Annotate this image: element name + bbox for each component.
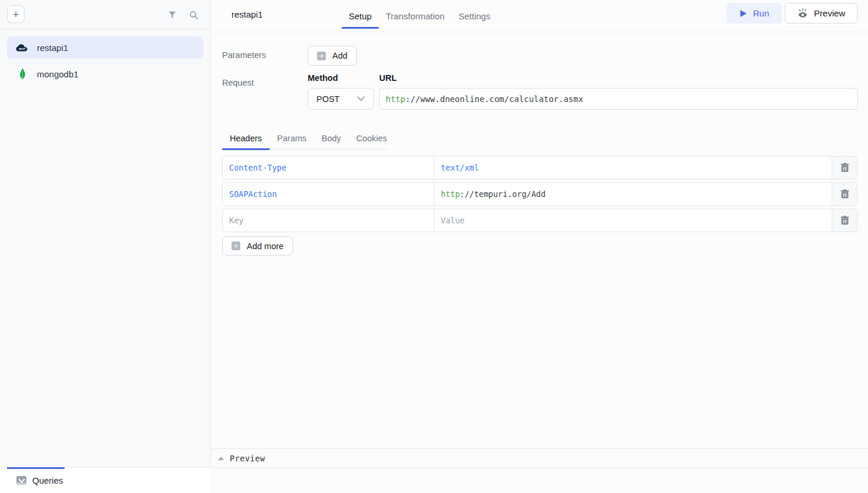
trash-icon bbox=[840, 163, 849, 172]
tab-settings[interactable]: Settings bbox=[452, 0, 498, 32]
header-row: Key Value bbox=[222, 209, 857, 232]
header-value-input[interactable]: http://tempuri.org/Add bbox=[434, 183, 832, 205]
request-label: Request bbox=[222, 73, 308, 110]
queries-panel-label: Queries bbox=[32, 475, 63, 485]
eye-icon bbox=[797, 8, 808, 19]
method-value: POST bbox=[316, 94, 339, 104]
query-list: REST restapi1 mongodb1 bbox=[0, 29, 210, 92]
rest-api-icon: REST bbox=[15, 43, 29, 53]
subtab-cookies[interactable]: Cookies bbox=[349, 128, 394, 149]
sidebar-item-label: restapi1 bbox=[37, 43, 68, 53]
query-title: restapi1 bbox=[232, 9, 263, 19]
request-options-tabs: Headers Params Body Cookies bbox=[222, 128, 389, 149]
headers-table: Content-Type text/xml SOAPAction http://… bbox=[222, 156, 857, 232]
bottom-bar: Queries bbox=[0, 467, 868, 493]
header-value-input[interactable]: Value bbox=[434, 209, 832, 232]
subtab-body[interactable]: Body bbox=[314, 128, 349, 149]
preview-button[interactable]: Preview bbox=[785, 3, 857, 23]
parameters-label: Parameters bbox=[222, 46, 308, 60]
request-options-section: Headers Params Body Cookies Content-Type… bbox=[222, 128, 857, 256]
caret-up-icon bbox=[218, 457, 224, 460]
header-row: Content-Type text/xml bbox=[222, 156, 857, 179]
svg-text:REST: REST bbox=[19, 47, 26, 50]
url-value: http://www.dneonline.com/calculator.asmx bbox=[386, 94, 583, 104]
search-icon[interactable] bbox=[189, 10, 199, 20]
tab-setup[interactable]: Setup bbox=[342, 0, 379, 32]
run-button-label: Run bbox=[753, 8, 770, 18]
query-sidebar: + REST restapi1 mongodb1 bbox=[0, 0, 211, 467]
add-more-label: Add more bbox=[247, 242, 284, 251]
url-input[interactable]: http://www.dneonline.com/calculator.asmx bbox=[379, 88, 858, 110]
add-query-button[interactable]: + bbox=[7, 5, 25, 23]
header-key-input[interactable]: Key bbox=[223, 209, 434, 232]
subtab-headers[interactable]: Headers bbox=[222, 128, 270, 149]
method-group: Method POST bbox=[308, 73, 379, 110]
sidebar-toolbar: + bbox=[0, 0, 210, 29]
subtab-params[interactable]: Params bbox=[270, 128, 314, 149]
run-button[interactable]: Run bbox=[727, 3, 782, 23]
editor-tabs: Setup Transformation Settings bbox=[342, 0, 498, 32]
query-editor-header: restapi1 Setup Transformation Settings R… bbox=[211, 0, 868, 32]
chevron-down-icon bbox=[357, 96, 365, 101]
preview-panel-label: Preview bbox=[230, 454, 265, 463]
method-select[interactable]: POST bbox=[308, 88, 374, 110]
queries-panel-icon bbox=[16, 476, 26, 485]
add-parameter-label: Add bbox=[332, 51, 348, 60]
sidebar-item-label: mongodb1 bbox=[37, 69, 79, 79]
plus-icon: + bbox=[317, 52, 326, 60]
request-row: Request Method POST URL http://www.dneon… bbox=[222, 73, 858, 110]
mongodb-icon bbox=[15, 68, 29, 80]
url-label: URL bbox=[379, 73, 858, 83]
url-group: URL http://www.dneonline.com/calculator.… bbox=[379, 73, 858, 110]
filter-icon[interactable] bbox=[168, 10, 177, 19]
queries-panel-tab[interactable]: Queries bbox=[0, 468, 211, 493]
header-actions: Run Preview bbox=[727, 3, 857, 23]
play-icon bbox=[740, 9, 747, 18]
header-row: SOAPAction http://tempuri.org/Add bbox=[222, 182, 857, 206]
tab-transformation[interactable]: Transformation bbox=[379, 0, 451, 32]
delete-header-row-button[interactable] bbox=[832, 209, 857, 232]
query-editor: restapi1 Setup Transformation Settings R… bbox=[211, 0, 868, 467]
trash-icon bbox=[840, 216, 849, 225]
parameters-row: Parameters + Add bbox=[222, 46, 357, 66]
preview-panel-toggle[interactable]: Preview bbox=[211, 448, 868, 467]
delete-header-row-button[interactable] bbox=[832, 183, 857, 205]
preview-button-label: Preview bbox=[814, 8, 845, 18]
header-value-input[interactable]: text/xml bbox=[434, 157, 832, 179]
active-panel-indicator bbox=[7, 467, 64, 469]
sidebar-item-restapi1[interactable]: REST restapi1 bbox=[7, 36, 203, 59]
sidebar-toolbar-icons bbox=[168, 0, 199, 29]
method-label: Method bbox=[308, 73, 379, 83]
add-parameter-button[interactable]: + Add bbox=[308, 46, 357, 66]
add-more-button[interactable]: + Add more bbox=[222, 236, 293, 256]
header-key-input[interactable]: Content-Type bbox=[223, 157, 434, 179]
delete-header-row-button[interactable] bbox=[832, 157, 857, 179]
sidebar-item-mongodb1[interactable]: mongodb1 bbox=[7, 63, 203, 85]
plus-icon: + bbox=[232, 242, 240, 250]
trash-icon bbox=[840, 189, 849, 199]
header-key-input[interactable]: SOAPAction bbox=[223, 183, 434, 205]
